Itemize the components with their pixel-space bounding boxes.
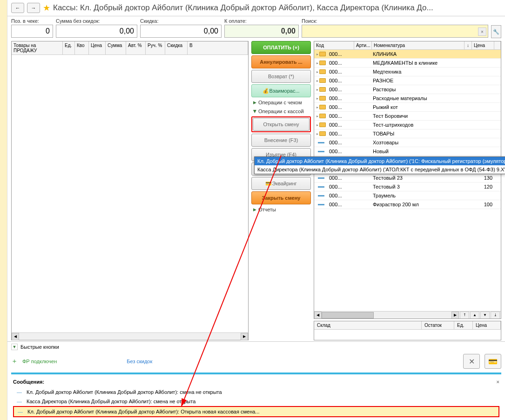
- scroll-right-icon[interactable]: ▶: [241, 333, 248, 340]
- catalog-row[interactable]: ▸000...Растворы: [314, 85, 501, 94]
- catalog-row[interactable]: 000...Тестовый 3120: [314, 183, 501, 191]
- quick-buttons-label: Быстрые кнопки: [20, 344, 59, 350]
- catalog-row[interactable]: ▸000...Рыжий кот: [314, 103, 501, 112]
- messages-close-icon[interactable]: ×: [497, 379, 499, 385]
- message-row[interactable]: — Кл. Добрый доктор Айболит (Клиника Доб…: [13, 387, 499, 397]
- settings-button[interactable]: 🔧: [491, 25, 501, 38]
- sum-value: 0,00: [56, 25, 137, 38]
- folder-icon: [319, 122, 326, 127]
- dash-icon: —: [18, 409, 23, 414]
- scroll-left-icon[interactable]: ◀: [12, 333, 19, 340]
- card-icon: 💳: [265, 180, 272, 187]
- catalog-row[interactable]: ▸000...ТОВАРЫ: [314, 129, 501, 138]
- cat-scroll-left[interactable]: ◀: [314, 312, 322, 319]
- fr-status: ФР подключен: [22, 359, 57, 364]
- folder-icon: [319, 52, 326, 56]
- pay-button[interactable]: ОПЛАТИТЬ (+): [251, 41, 311, 54]
- sum-label: Сумма без скидок:: [56, 18, 137, 24]
- folder-icon: [319, 105, 326, 109]
- cash-ops-expand[interactable]: ▶ Операции с кассой: [251, 108, 311, 115]
- catalog-row[interactable]: 000...Хозтовары: [314, 138, 501, 147]
- catalog-row[interactable]: 000...Новый: [314, 147, 501, 156]
- divider: [11, 373, 501, 374]
- message-row-highlighted[interactable]: — Кл. Добрый доктор Айболит (Клиника Доб…: [13, 406, 499, 417]
- catalog-row[interactable]: ▸000...Расходные материалы: [314, 94, 501, 103]
- stock-table[interactable]: Склад Остаток Ед. Цена: [314, 321, 501, 340]
- catalog-row[interactable]: ▸000...МЕДИКАМЕНТЫ в клинике: [314, 59, 501, 68]
- nav-down-icon[interactable]: ▼: [480, 312, 490, 319]
- mutual-button[interactable]: 💰 Взаиморас...: [251, 84, 311, 97]
- quick-expand-icon[interactable]: ▼: [11, 344, 18, 350]
- item-icon: [318, 151, 324, 152]
- check-ops-expand[interactable]: ▶ Операции с чеком: [251, 99, 311, 106]
- catalog-table[interactable]: Код Арти... Номенклатура ↓ Цена ▸000...К…: [314, 41, 501, 319]
- cancel-button[interactable]: Аннулировать ...: [251, 55, 311, 68]
- search-input[interactable]: [302, 25, 488, 38]
- return-button[interactable]: Возврат (*): [251, 70, 311, 83]
- folder-icon: [319, 131, 326, 136]
- products-hscroll[interactable]: ◀ ▶: [12, 332, 248, 340]
- search-label: Поиск:: [302, 18, 488, 24]
- cat-scroll-right[interactable]: ▶: [451, 312, 459, 319]
- open-shift-button[interactable]: Открыть смену: [253, 118, 310, 131]
- open-shift-dropdown[interactable]: Кл. Добрый доктор Айболит (Клиника Добры…: [254, 156, 505, 174]
- close-shift-button[interactable]: Закрыть смену: [251, 191, 311, 204]
- pos-label: Поз. в чеке:: [11, 18, 53, 24]
- folder-icon: [319, 87, 326, 92]
- catalog-row[interactable]: 000...Траумель: [314, 191, 501, 200]
- nav-back-button[interactable]: ←: [11, 3, 24, 13]
- products-body[interactable]: [12, 55, 248, 332]
- side-strip: [0, 0, 7, 420]
- no-discount-link[interactable]: Без скидок: [127, 359, 152, 364]
- item-icon: [318, 177, 324, 179]
- nav-up-icon[interactable]: ▲: [470, 312, 479, 319]
- page-title: Кассы: Кл. Добрый доктор Айболит (Клиник…: [53, 3, 433, 13]
- catalog-row[interactable]: ▸000...Тест Боровичи: [314, 112, 501, 121]
- cancel-big-button[interactable]: ✕: [463, 354, 480, 369]
- dash-icon: —: [17, 389, 22, 395]
- catalog-row[interactable]: ▸000...РАЗНОЕ: [314, 76, 501, 85]
- item-icon: [318, 204, 324, 205]
- chevron-right-icon: ▶: [253, 207, 256, 212]
- chevron-down-icon: ▶: [253, 110, 257, 113]
- pos-value: 0: [11, 25, 53, 38]
- item-icon: [318, 142, 324, 143]
- nav-forward-button[interactable]: →: [27, 3, 40, 13]
- catalog-row[interactable]: ▸000...Медтехника: [314, 68, 501, 76]
- deposit-button[interactable]: Внесение (F3): [251, 134, 311, 147]
- products-table[interactable]: Товары на ПРОДАЖУ Ед. Кво Цена Сумма Авт…: [11, 41, 249, 340]
- folder-icon: [319, 61, 326, 65]
- dropdown-item-selected[interactable]: Кл. Добрый доктор Айболит (Клиника Добры…: [255, 157, 505, 165]
- item-icon: [318, 186, 324, 188]
- message-row[interactable]: — Касса Директора (Клиника Добрый доктор…: [13, 397, 499, 406]
- add-button[interactable]: ＋: [11, 357, 18, 366]
- reports-expand[interactable]: ▶ Отчеты: [251, 206, 311, 213]
- search-clear-button[interactable]: ×: [478, 27, 486, 36]
- nav-first-icon[interactable]: ⤒: [460, 312, 469, 319]
- discount-label: Скидка:: [140, 18, 222, 24]
- catalog-row[interactable]: 000...Тестовый 23130: [314, 174, 501, 183]
- messages-title: Сообщения:: [13, 379, 44, 385]
- dash-icon: —: [17, 399, 22, 404]
- nav-last-icon[interactable]: ⤓: [491, 312, 500, 319]
- discount-value: 0,00: [140, 25, 222, 38]
- chevron-right-icon: ▶: [253, 100, 256, 105]
- pay-value: 0,00: [224, 25, 299, 38]
- catalog-row[interactable]: 000...Физраствор 200 мл100: [314, 200, 501, 209]
- money-icon: 💰: [263, 88, 269, 94]
- pay-label: К оплате:: [224, 18, 299, 24]
- catalog-row[interactable]: ▸000...Тест-штрихкодов: [314, 121, 501, 129]
- item-icon: [318, 195, 324, 196]
- folder-icon: [319, 114, 326, 118]
- dropdown-item[interactable]: Касса Директора (Клиника Добрый доктор А…: [255, 165, 505, 174]
- favorite-star-icon[interactable]: ★: [43, 3, 50, 13]
- acquiring-button[interactable]: 💳 Эквайринг: [251, 177, 311, 190]
- folder-icon: [319, 69, 326, 74]
- folder-icon: [319, 78, 326, 83]
- card-big-button[interactable]: 💳: [485, 354, 501, 369]
- products-header: Товары на ПРОДАЖУ Ед. Кво Цена Сумма Авт…: [12, 41, 248, 55]
- catalog-row[interactable]: ▸000...КЛИНИКА: [314, 50, 501, 59]
- folder-icon: [319, 96, 326, 101]
